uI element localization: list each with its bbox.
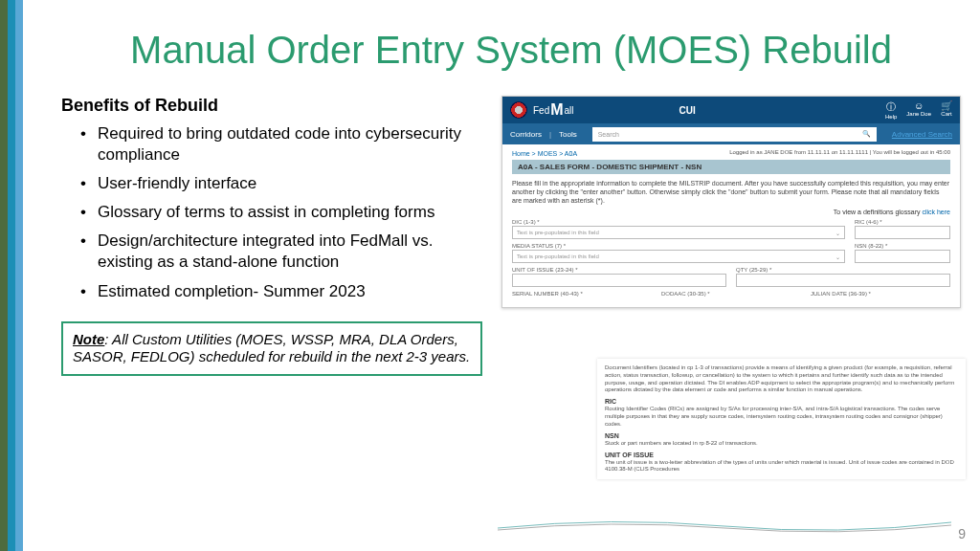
chevron-down-icon: ⌄ — [835, 253, 840, 260]
note-label: Note — [73, 331, 104, 347]
cart-icon: 🛒 — [941, 100, 952, 111]
media-select[interactable]: Text is pre-populated in this field⌄ — [512, 250, 845, 263]
help-button[interactable]: ⓘHelp — [885, 100, 897, 120]
ric-label: RIC (4-6) * — [855, 219, 950, 225]
app-nav: Corridors | Tools Search 🔍 Advanced Sear… — [502, 123, 960, 144]
qty-input[interactable] — [736, 274, 950, 287]
definitions-overlay: Document Identifiers (located in cp 1-3 … — [597, 359, 966, 479]
list-item: User-friendly interface — [80, 173, 482, 194]
benefits-list: Required to bring outdated code into cyb… — [61, 123, 482, 302]
cui-label: CUI — [679, 105, 696, 116]
note-box: Note: All Custom Utilities (MOES, WSSP, … — [61, 321, 482, 377]
info-icon: ⓘ — [886, 100, 896, 114]
app-header: FedMall CUI ⓘHelp ☺Jane Doe 🛒Cart — [502, 97, 960, 123]
list-item: Required to bring outdated code into cyb… — [80, 123, 482, 165]
dic-label: DIC (1-3) * — [512, 219, 845, 225]
uoi-input[interactable] — [512, 274, 726, 287]
nsn-input[interactable] — [855, 250, 950, 263]
form-intro: Please fill in the appropriate informati… — [512, 179, 950, 205]
qty-label: QTY (25-29) * — [736, 267, 950, 273]
user-button[interactable]: ☺Jane Doe — [906, 100, 931, 120]
login-status: Logged in as JANE DOE from 11.11.11 on 1… — [512, 149, 950, 155]
search-icon: 🔍 — [862, 130, 871, 138]
dod-seal-icon — [510, 101, 527, 119]
serial-label: SERIAL NUMBER (40-43) * — [512, 291, 652, 297]
list-item: Estimated completion- Summer 2023 — [80, 281, 482, 302]
slide-title: Manual Order Entry System (MOES) Rebuild — [61, 29, 961, 72]
media-label: MEDIA STATUS (7) * — [512, 243, 845, 249]
advanced-search-link[interactable]: Advanced Search — [892, 130, 952, 139]
list-item: Glossary of terms to assist in completin… — [80, 202, 482, 223]
page-number: 9 — [958, 526, 966, 541]
dodaac-label: DODAAC (30-35) * — [661, 291, 801, 297]
fedmall-screenshot: FedMall CUI ⓘHelp ☺Jane Doe 🛒Cart Corrid… — [501, 96, 961, 308]
glossary-note: To view a definitions glossary click her… — [512, 209, 950, 215]
fedmall-logo: FedMall — [533, 101, 574, 119]
user-icon: ☺ — [914, 100, 924, 111]
glossary-link[interactable]: click here — [922, 209, 950, 215]
left-stripes — [0, 0, 23, 551]
chevron-down-icon: ⌄ — [835, 230, 840, 236]
tools-link[interactable]: Tools — [559, 130, 577, 139]
decorative-wave — [498, 515, 951, 534]
dic-select[interactable]: Text is pre-populated in this field⌄ — [512, 226, 845, 239]
note-text: : All Custom Utilities (MOES, WSSP, MRA,… — [73, 331, 470, 365]
cart-button[interactable]: 🛒Cart — [941, 100, 952, 120]
search-input[interactable]: Search 🔍 — [592, 127, 877, 142]
uoi-label: UNIT OF ISSUE (23-24) * — [512, 267, 726, 273]
list-item: Design/architecture integrated into FedM… — [80, 231, 482, 273]
form-title: A0A - SALES FORM - DOMESTIC SHIPMENT - N… — [512, 160, 950, 174]
ric-input[interactable] — [855, 226, 950, 239]
nsn-label: NSN (8-22) * — [855, 243, 950, 249]
benefits-heading: Benefits of Rebuild — [61, 96, 482, 116]
julian-label: JULIAN DATE (36-39) * — [811, 291, 950, 297]
corridors-link[interactable]: Corridors — [510, 130, 542, 139]
